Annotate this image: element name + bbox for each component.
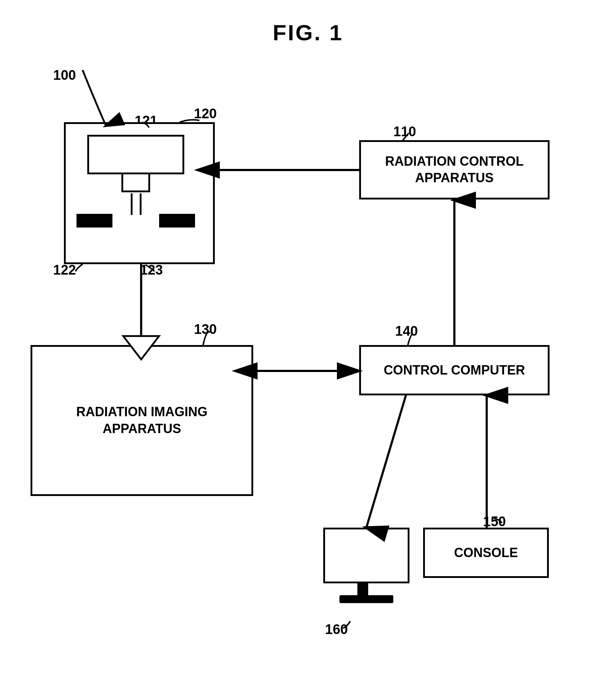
arrows-svg (0, 0, 616, 689)
ref-130: 130 (194, 322, 217, 337)
radiation-imaging-label: RADIATION IMAGINGAPPARATUS (43, 404, 241, 437)
control-computer-box: CONTROL COMPUTER (359, 345, 550, 395)
xray-machine-box (64, 122, 215, 264)
ref-100: 100 (53, 68, 76, 83)
ref-120: 120 (194, 106, 217, 121)
monitor-icon (320, 528, 417, 603)
ref-160: 160 (325, 622, 348, 637)
radiation-control-label: RADIATION CONTROLAPPARATUS (370, 153, 538, 187)
figure-title: FIG. 1 (273, 20, 343, 45)
radiation-control-box: RADIATION CONTROLAPPARATUS (359, 140, 550, 199)
ref-110: 110 (393, 124, 416, 139)
console-box: CONSOLE (423, 528, 549, 578)
svg-line-9 (366, 395, 406, 528)
ref-150: 150 (483, 514, 506, 529)
ref-122: 122 (53, 262, 76, 278)
ref-140: 140 (395, 323, 418, 339)
control-computer-label: CONTROL COMPUTER (370, 362, 538, 379)
diagram: FIG. 1 100 121 120 122 123 110 130 140 1… (0, 0, 616, 689)
radiation-imaging-box: RADIATION IMAGINGAPPARATUS (31, 345, 253, 496)
console-label: CONSOLE (431, 545, 541, 561)
ref-123: 123 (140, 262, 163, 278)
